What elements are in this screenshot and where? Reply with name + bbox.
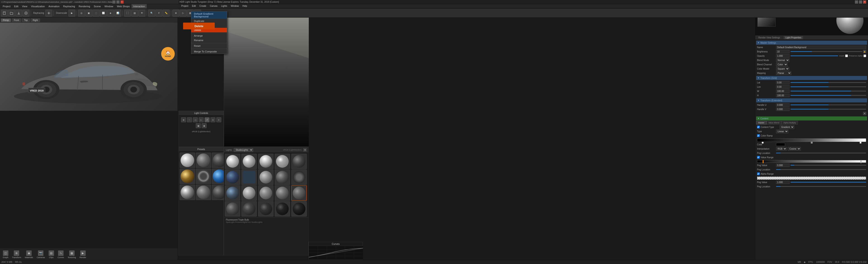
color-swatch[interactable] <box>776 143 785 146</box>
preset-7[interactable] <box>180 185 195 200</box>
brightness-lock-icon[interactable]: 🔒 <box>863 50 866 53</box>
brightness-slider[interactable] <box>790 51 862 52</box>
light-thumb-18[interactable] <box>258 201 274 217</box>
mapping-select[interactable]: Planar Spherical <box>776 71 792 75</box>
hdr-menu-window[interactable]: Window <box>229 4 241 7</box>
light-thumb-6[interactable] <box>225 169 240 185</box>
lon-input[interactable] <box>776 85 789 89</box>
blend-mode-select[interactable]: Normal Add Multiply <box>776 58 789 62</box>
light-thumb-11[interactable] <box>225 185 240 201</box>
value-range-checkbox[interactable] <box>757 156 760 159</box>
ramp-stop-2[interactable] <box>860 142 862 143</box>
light-ctrl-3[interactable]: ◁ <box>193 117 198 122</box>
clips-tool[interactable]: ▤ Clips <box>47 250 55 259</box>
blend-channel-select[interactable]: Color Alpha <box>776 63 788 66</box>
hdr-menu-lights[interactable]: Lights <box>219 4 229 7</box>
light-ctrl-6[interactable]: ⊙ <box>211 117 215 122</box>
preset-8[interactable] <box>196 185 211 200</box>
lights-settings-icon[interactable]: ⚙ <box>303 148 307 152</box>
alpha-peg-slider[interactable] <box>790 182 866 183</box>
hdr-menu-help[interactable]: Help <box>241 4 249 7</box>
handle-v-input[interactable] <box>776 108 789 111</box>
color-ramp-checkbox[interactable] <box>757 134 760 137</box>
h-slider[interactable] <box>790 95 866 96</box>
show-all-button[interactable]: 👁 <box>138 10 145 16</box>
light-thumb-3[interactable] <box>258 154 274 169</box>
viewport-right-btn[interactable]: Right <box>31 19 40 22</box>
light-thumb-2[interactable] <box>241 154 257 169</box>
content-type-select[interactable]: Gradient Solid Texture <box>780 125 794 129</box>
light-thumb-13[interactable] <box>258 185 274 201</box>
light-thumb-9[interactable] <box>275 169 290 185</box>
preserve-alpha-checkbox[interactable] <box>864 55 866 57</box>
type-select[interactable]: Linear Radial <box>776 130 788 133</box>
transform-tool[interactable]: ⊕ Transform <box>11 250 23 259</box>
render-tool[interactable]: ▶ Render <box>78 250 88 259</box>
maximize-button[interactable]: □ <box>116 0 120 4</box>
rule-button[interactable]: 📏 <box>163 10 169 16</box>
menu-webshops[interactable]: Web Shops <box>115 4 131 8</box>
ctx-arrange[interactable]: Arrange <box>191 33 227 38</box>
ctx-reset[interactable]: Reset <box>191 44 227 48</box>
texturing-tool[interactable]: ▦ Texturing <box>66 250 77 259</box>
home-button[interactable]: 🏠 HOME <box>161 47 175 61</box>
preset-2[interactable] <box>196 153 211 168</box>
light-thumb-12[interactable] <box>241 185 257 201</box>
light-thumb-16[interactable] <box>225 201 240 217</box>
materials-tool[interactable]: ◉ Materials <box>24 250 35 259</box>
menu-project[interactable]: Project <box>1 4 12 8</box>
menu-scene[interactable]: Scene <box>92 4 103 8</box>
menu-view[interactable]: View <box>20 4 29 8</box>
transform-extended-header[interactable]: ▼ Transform (Extended) <box>756 98 867 102</box>
interp-cosine-select[interactable]: Cosine Linear <box>788 147 801 151</box>
light-ctrl-7[interactable]: ≡ <box>216 117 221 122</box>
w-slider[interactable] <box>790 91 866 92</box>
value-peg-slider[interactable] <box>776 169 866 170</box>
hdr-maximize-button[interactable]: □ <box>859 0 862 4</box>
value-range-handle-right[interactable] <box>861 160 862 163</box>
alpha-peg-location-slider[interactable] <box>776 186 866 187</box>
curves-tool[interactable]: ∿ Curves <box>56 250 66 259</box>
ctx-rename[interactable]: Rename <box>191 38 227 42</box>
light-thumb-10[interactable] <box>291 169 307 185</box>
light-ctrl-4[interactable]: ▷ <box>199 117 204 122</box>
value-min-input[interactable] <box>776 164 789 167</box>
add-button[interactable] <box>23 10 29 16</box>
hdr-menu-canvas[interactable]: Canvas <box>208 4 219 7</box>
delete-button[interactable]: Delete <box>183 23 215 29</box>
hdr-minimize-button[interactable]: ─ <box>855 0 858 4</box>
light-thumb-8[interactable] <box>258 169 274 185</box>
ramp-stop-0[interactable] <box>762 142 764 143</box>
peg-slider[interactable] <box>776 153 866 154</box>
preset-1[interactable] <box>180 153 195 168</box>
ramp-stop-1[interactable] <box>811 142 813 143</box>
light-thumb-15[interactable] <box>291 185 307 201</box>
menu-raytracing[interactable]: Raytracing <box>61 4 77 8</box>
tab-light-properties[interactable]: Light Properties <box>784 36 803 39</box>
invert-checkbox[interactable] <box>845 55 848 57</box>
statistics-button[interactable]: 📊 <box>114 10 121 16</box>
storyplates-button[interactable]: ▣ <box>86 10 92 16</box>
light-thumb-7[interactable] <box>241 169 257 185</box>
hdr-menu-edit[interactable]: Edit <box>190 4 197 7</box>
handle-v-slider[interactable] <box>790 109 866 110</box>
selection-button[interactable]: ▷ <box>180 10 186 16</box>
cameras-tool[interactable]: 📷 Cameras <box>35 250 46 259</box>
alpha-peg-input[interactable] <box>776 180 789 184</box>
light-thumb-14[interactable] <box>275 185 290 201</box>
lights-category-select[interactable]: StudioLights SpotLights PointLights <box>234 148 253 152</box>
tab-render-view-settings[interactable]: Render View Settings <box>756 36 782 39</box>
w-input[interactable] <box>776 90 789 93</box>
grid-button[interactable]: # <box>156 10 162 16</box>
raytracing-button[interactable] <box>45 10 52 16</box>
light-ctrl-8[interactable]: ▣ <box>196 123 201 128</box>
content-section-header[interactable]: ▼ Content <box>756 117 867 121</box>
hdr-close-button[interactable]: ✕ <box>863 0 866 4</box>
isolate-button[interactable]: ◎ <box>78 10 85 16</box>
graph-tool[interactable]: ◫ Graph <box>1 250 10 259</box>
viewport-top-btn[interactable]: Top <box>22 19 30 22</box>
alpha-range-checkbox[interactable] <box>757 172 760 175</box>
alpha-range-bar[interactable] <box>757 176 866 180</box>
fullscreen-button[interactable]: ⛶ <box>124 10 131 16</box>
light-thumb-1[interactable] <box>225 154 240 169</box>
